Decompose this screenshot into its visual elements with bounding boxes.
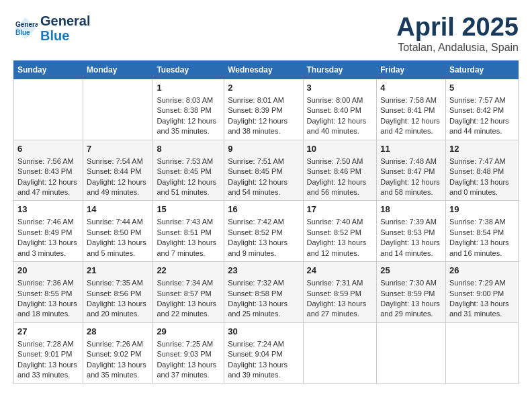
day-number: 18 — [380, 203, 442, 216]
calendar-cell: 29Sunrise: 7:25 AMSunset: 9:03 PMDayligh… — [153, 322, 224, 383]
title-area: April 2025 Totalan, Andalusia, Spain — [396, 13, 519, 54]
calendar-week-row: 20Sunrise: 7:36 AMSunset: 8:55 PMDayligh… — [14, 262, 519, 323]
daylight-text: Daylight: 12 hours and 47 minutes. — [17, 177, 79, 198]
calendar-cell: 6Sunrise: 7:56 AMSunset: 8:43 PMDaylight… — [14, 140, 83, 201]
weekday-header-wednesday: Wednesday — [224, 60, 303, 79]
daylight-text: Daylight: 12 hours and 54 minutes. — [228, 177, 299, 198]
sunset-text: Sunset: 8:52 PM — [307, 228, 373, 238]
day-number: 28 — [87, 326, 149, 338]
daylight-text: Daylight: 12 hours and 38 minutes. — [228, 116, 299, 137]
sunset-text: Sunset: 9:00 PM — [449, 289, 515, 299]
sunset-text: Sunset: 8:58 PM — [228, 289, 299, 299]
weekday-header-row: SundayMondayTuesdayWednesdayThursdayFrid… — [14, 60, 519, 79]
sunset-text: Sunset: 9:02 PM — [87, 349, 149, 359]
daylight-text: Daylight: 12 hours and 42 minutes. — [380, 116, 442, 137]
sunset-text: Sunset: 8:56 PM — [87, 289, 149, 299]
daylight-text: Daylight: 13 hours and 7 minutes. — [157, 238, 220, 259]
sunrise-text: Sunrise: 7:48 AM — [380, 156, 442, 167]
calendar-week-row: 6Sunrise: 7:56 AMSunset: 8:43 PMDaylight… — [14, 140, 519, 201]
day-number: 30 — [228, 326, 299, 338]
sunset-text: Sunset: 8:44 PM — [87, 167, 149, 177]
sunset-text: Sunset: 8:54 PM — [449, 228, 515, 238]
sunset-text: Sunset: 8:40 PM — [307, 105, 373, 116]
calendar-table: SundayMondayTuesdayWednesdayThursdayFrid… — [13, 60, 519, 384]
calendar-week-row: 27Sunrise: 7:28 AMSunset: 9:01 PMDayligh… — [14, 322, 519, 383]
calendar-cell: 25Sunrise: 7:30 AMSunset: 8:59 PMDayligh… — [377, 262, 446, 323]
sunrise-text: Sunrise: 7:57 AM — [449, 95, 515, 105]
weekday-header-sunday: Sunday — [14, 60, 83, 79]
day-number: 2 — [228, 82, 299, 94]
day-number: 10 — [307, 143, 373, 155]
sunrise-text: Sunrise: 7:58 AM — [380, 95, 442, 105]
day-number: 7 — [87, 143, 149, 155]
calendar-cell: 8Sunrise: 7:53 AMSunset: 8:45 PMDaylight… — [153, 140, 224, 201]
daylight-text: Daylight: 13 hours and 16 minutes. — [449, 238, 515, 259]
calendar-week-row: 1Sunrise: 8:03 AMSunset: 8:38 PMDaylight… — [14, 79, 519, 140]
sunset-text: Sunset: 8:45 PM — [228, 167, 299, 177]
sunset-text: Sunset: 8:50 PM — [87, 228, 149, 238]
weekday-header-saturday: Saturday — [445, 60, 518, 79]
day-number: 11 — [380, 143, 442, 155]
sunset-text: Sunset: 9:03 PM — [157, 349, 220, 359]
calendar-cell: 30Sunrise: 7:24 AMSunset: 9:04 PMDayligh… — [224, 322, 303, 383]
day-number: 13 — [17, 203, 79, 216]
calendar-cell: 14Sunrise: 7:44 AMSunset: 8:50 PMDayligh… — [83, 201, 153, 262]
calendar-cell — [83, 79, 153, 140]
daylight-text: Daylight: 13 hours and 22 minutes. — [157, 299, 220, 320]
day-number: 9 — [228, 143, 299, 155]
daylight-text: Daylight: 13 hours and 27 minutes. — [307, 299, 373, 320]
daylight-text: Daylight: 13 hours and 25 minutes. — [228, 299, 299, 320]
calendar-cell — [445, 322, 518, 383]
calendar-cell: 10Sunrise: 7:50 AMSunset: 8:46 PMDayligh… — [303, 140, 377, 201]
daylight-text: Daylight: 13 hours and 37 minutes. — [157, 360, 220, 381]
daylight-text: Daylight: 13 hours and 3 minutes. — [17, 238, 79, 259]
calendar-cell: 27Sunrise: 7:28 AMSunset: 9:01 PMDayligh… — [14, 322, 83, 383]
calendar-cell: 23Sunrise: 7:32 AMSunset: 8:58 PMDayligh… — [224, 262, 303, 323]
sunset-text: Sunset: 8:59 PM — [307, 289, 373, 299]
day-number: 27 — [17, 326, 79, 338]
calendar-cell: 7Sunrise: 7:54 AMSunset: 8:44 PMDaylight… — [83, 140, 153, 201]
daylight-text: Daylight: 12 hours and 35 minutes. — [157, 116, 220, 137]
calendar-cell: 5Sunrise: 7:57 AMSunset: 8:42 PMDaylight… — [445, 79, 518, 140]
sunrise-text: Sunrise: 7:30 AM — [380, 278, 442, 288]
sunrise-text: Sunrise: 7:25 AM — [157, 339, 220, 349]
svg-text:General: General — [15, 21, 38, 28]
sunrise-text: Sunrise: 7:50 AM — [307, 156, 373, 167]
weekday-header-monday: Monday — [83, 60, 153, 79]
sunrise-text: Sunrise: 7:51 AM — [228, 156, 299, 167]
sunset-text: Sunset: 8:42 PM — [449, 105, 515, 116]
sunset-text: Sunset: 8:52 PM — [228, 228, 299, 238]
day-number: 4 — [380, 82, 442, 94]
calendar-cell: 13Sunrise: 7:46 AMSunset: 8:49 PMDayligh… — [14, 201, 83, 262]
day-number: 17 — [307, 203, 373, 216]
calendar-cell: 26Sunrise: 7:29 AMSunset: 9:00 PMDayligh… — [445, 262, 518, 323]
day-number: 12 — [449, 143, 515, 155]
calendar-cell: 22Sunrise: 7:34 AMSunset: 8:57 PMDayligh… — [153, 262, 224, 323]
sunset-text: Sunset: 8:39 PM — [228, 105, 299, 116]
sunrise-text: Sunrise: 8:00 AM — [307, 95, 373, 105]
daylight-text: Daylight: 12 hours and 40 minutes. — [307, 116, 373, 137]
daylight-text: Daylight: 12 hours and 51 minutes. — [157, 177, 220, 198]
calendar-cell: 24Sunrise: 7:31 AMSunset: 8:59 PMDayligh… — [303, 262, 377, 323]
daylight-text: Daylight: 13 hours and 5 minutes. — [87, 238, 149, 259]
logo-icon: General Blue — [13, 16, 38, 40]
sunrise-text: Sunrise: 7:44 AM — [87, 217, 149, 227]
daylight-text: Daylight: 13 hours and 12 minutes. — [307, 238, 373, 259]
day-number: 6 — [17, 143, 79, 155]
sunrise-text: Sunrise: 7:40 AM — [307, 217, 373, 227]
day-number: 8 — [157, 143, 220, 155]
sunrise-text: Sunrise: 7:46 AM — [17, 217, 79, 227]
calendar-cell: 16Sunrise: 7:42 AMSunset: 8:52 PMDayligh… — [224, 201, 303, 262]
sunrise-text: Sunrise: 7:43 AM — [157, 217, 220, 227]
sunset-text: Sunset: 8:59 PM — [380, 289, 442, 299]
sunrise-text: Sunrise: 7:34 AM — [157, 278, 220, 288]
daylight-text: Daylight: 13 hours and 20 minutes. — [87, 299, 149, 320]
sunrise-text: Sunrise: 7:54 AM — [87, 156, 149, 167]
location-title: Totalan, Andalusia, Spain — [396, 42, 519, 54]
calendar-cell: 19Sunrise: 7:38 AMSunset: 8:54 PMDayligh… — [445, 201, 518, 262]
sunset-text: Sunset: 9:04 PM — [228, 349, 299, 359]
daylight-text: Daylight: 13 hours and 9 minutes. — [228, 238, 299, 259]
daylight-text: Daylight: 13 hours and 0 minutes. — [449, 177, 515, 198]
sunrise-text: Sunrise: 7:39 AM — [380, 217, 442, 227]
sunrise-text: Sunrise: 7:36 AM — [17, 278, 79, 288]
